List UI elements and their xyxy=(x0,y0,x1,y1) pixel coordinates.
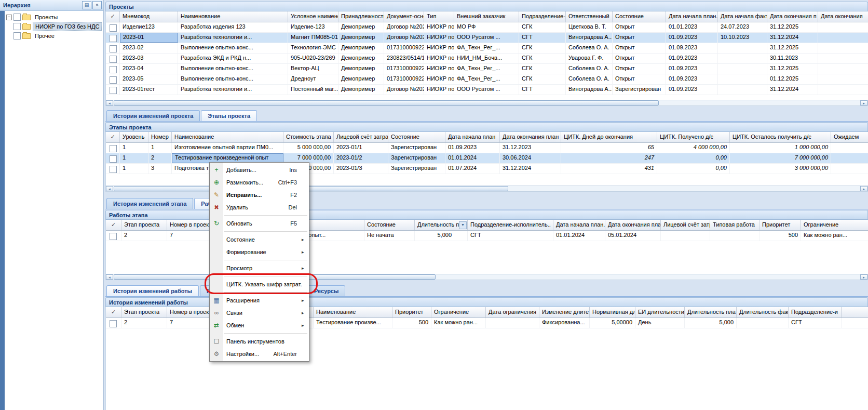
row-checkbox[interactable] xyxy=(110,155,117,163)
select-all-header[interactable]: ✓ xyxy=(106,132,120,142)
column-header[interactable]: Мнемокод xyxy=(120,11,178,22)
column-header[interactable]: Подразделение-исполнитель.. xyxy=(468,220,553,230)
table-cell[interactable]: 05.01.2024 xyxy=(605,231,661,241)
table-cell[interactable]: Фиксированна... xyxy=(539,318,590,328)
table-cell[interactable]: 3 xyxy=(148,164,172,174)
table-cell[interactable]: 2 xyxy=(121,318,167,328)
table-cell[interactable]: 65 xyxy=(561,143,657,153)
table-cell[interactable]: 2 xyxy=(121,231,167,241)
table-cell[interactable]: 01.09.2023 xyxy=(666,74,718,84)
table-cell[interactable]: 10.10.2023 xyxy=(718,33,767,43)
column-header[interactable]: Дата окончания план xyxy=(500,132,561,142)
table-cell[interactable]: ФА_Техн_Рег_... xyxy=(454,43,519,53)
menu-item[interactable]: ЦИТК. Указать шифр затрат... xyxy=(210,278,309,290)
column-header[interactable]: Этап проекта xyxy=(121,220,167,230)
column-header[interactable]: ЦИТК. Получено д/с xyxy=(657,132,730,142)
column-header[interactable]: Дата окончания xyxy=(818,11,868,22)
table-cell[interactable]: 1 000 000,00 xyxy=(730,143,831,153)
menu-item[interactable]: Формирование▸ xyxy=(210,246,309,258)
table-cell[interactable]: 01.09.2023 xyxy=(445,143,500,153)
table-cell[interactable] xyxy=(818,22,868,32)
column-header[interactable]: Этап проекта xyxy=(121,307,167,318)
table-cell[interactable]: ФА_Техн_Рег_... xyxy=(454,64,519,74)
table-cell[interactable] xyxy=(818,64,868,74)
table-cell[interactable]: 3 000 000,00 xyxy=(730,164,831,174)
tree-expander-icon[interactable]: − xyxy=(6,15,12,20)
table-cell[interactable]: Вектор-АЦ xyxy=(288,64,338,74)
row-checkbox[interactable] xyxy=(110,35,117,42)
table-cell[interactable]: 01.07.2024 xyxy=(445,164,500,174)
column-header[interactable]: Дата начала план. xyxy=(553,220,605,230)
table-cell[interactable]: СГК xyxy=(519,54,566,63)
column-header[interactable]: Дата начала факт xyxy=(718,11,767,22)
table-cell[interactable]: НИОКР по ГОЗ ... xyxy=(424,74,454,84)
column-header[interactable]: Подразделение-от xyxy=(519,11,566,22)
tab[interactable]: Этапы проекта xyxy=(201,110,257,121)
menu-item[interactable]: ✎Исправить...F2 xyxy=(210,189,309,201)
table-cell[interactable]: 2023-01/2 xyxy=(334,153,388,163)
table-cell[interactable]: 230823/0514/136 xyxy=(384,54,424,63)
column-header[interactable]: Наименование xyxy=(172,132,283,142)
tree-node-label[interactable]: Прочее xyxy=(33,32,57,39)
table-cell[interactable]: НИОКР по ГОЗ ... xyxy=(424,54,454,63)
table-cell[interactable]: МО РФ xyxy=(454,22,519,32)
table-cell[interactable]: 31.12.2024 xyxy=(500,164,561,174)
menu-item[interactable]: ↻ОбновитьF5 xyxy=(210,217,309,230)
table-cell[interactable]: 905-U020-23/269 xyxy=(288,54,338,63)
table-cell[interactable]: Виноградова А... xyxy=(566,33,613,43)
table-row[interactable]: Изделие123Разработка изделия 123Изделие-… xyxy=(106,22,868,33)
column-header[interactable] xyxy=(842,307,868,318)
tree-checkbox[interactable] xyxy=(13,32,21,39)
table-cell[interactable]: СГТ xyxy=(468,231,553,241)
table-cell[interactable]: 2023-01/3 xyxy=(334,164,388,174)
table-cell[interactable]: Демопример xyxy=(338,33,384,43)
column-header[interactable]: Состояние xyxy=(364,220,415,230)
table-cell[interactable]: Демопример xyxy=(338,85,384,95)
table-cell[interactable] xyxy=(718,85,767,95)
projects-horizontal-scrollbar[interactable]: ◂ ▸ xyxy=(105,100,868,106)
table-cell[interactable]: Открыт xyxy=(613,33,666,43)
column-header[interactable]: Ограничение xyxy=(431,307,486,318)
scroll-left-icon[interactable]: ◂ xyxy=(106,274,113,280)
table-cell[interactable]: Демопример xyxy=(338,22,384,32)
column-header[interactable]: Длительность пла xyxy=(685,307,737,318)
table-cell[interactable]: 500 xyxy=(392,318,431,328)
table-cell[interactable]: Открыт xyxy=(613,74,666,84)
table-cell[interactable]: Виноградова А... xyxy=(566,85,613,95)
table-cell[interactable]: ООО Русатом ... xyxy=(454,85,519,95)
column-header[interactable]: Лицевой счёт затр xyxy=(661,220,710,230)
column-header[interactable]: Ожидаем xyxy=(831,132,868,142)
tab[interactable]: История изменений работы xyxy=(106,285,199,296)
table-cell[interactable]: Договор №202... xyxy=(384,85,424,95)
table-cell[interactable] xyxy=(710,231,760,241)
table-cell[interactable]: Открыт xyxy=(613,54,666,63)
table-cell[interactable]: 500 xyxy=(760,231,801,241)
table-row[interactable]: 2023-01Разработка технологии и...Магнит … xyxy=(106,33,868,43)
table-cell[interactable]: Разработка ЭКД и РКД н... xyxy=(178,54,288,63)
table-cell[interactable] xyxy=(831,153,868,163)
column-header[interactable]: Дата начала план. xyxy=(666,11,718,22)
table-cell[interactable]: 5 000 000,00 xyxy=(283,143,334,153)
table-cell[interactable]: 01.01.2024 xyxy=(553,231,605,241)
table-cell[interactable] xyxy=(818,85,868,95)
table-cell[interactable]: 017310000922... xyxy=(384,64,424,74)
table-cell[interactable]: Магнит ПМ085-01 xyxy=(288,33,338,43)
scroll-left-icon[interactable]: ◂ xyxy=(106,186,113,191)
table-row[interactable]: 2023-01тестРазработка технологии и...Пос… xyxy=(106,85,868,95)
table-cell[interactable]: НИОКР по ГОЗ ... xyxy=(424,85,454,95)
table-cell[interactable]: 30.06.2024 xyxy=(500,153,561,163)
scrollbar-thumb[interactable] xyxy=(114,100,659,105)
table-cell[interactable]: СГТ xyxy=(519,85,566,95)
scroll-left-icon[interactable]: ◂ xyxy=(106,100,113,105)
collapse-icon[interactable]: « xyxy=(92,1,102,9)
table-cell[interactable]: Как можно ран... xyxy=(431,318,486,328)
table-cell[interactable]: Демопример xyxy=(338,74,384,84)
table-cell[interactable]: 431 xyxy=(561,164,657,174)
table-cell[interactable]: 5,000 xyxy=(415,231,468,241)
menu-item[interactable]: Состояние▸ xyxy=(210,233,309,246)
table-cell[interactable]: Цветкова В. Т. xyxy=(566,22,613,32)
table-cell[interactable]: Разработка изделия 123 xyxy=(178,22,288,32)
table-cell[interactable]: 01.09.2023 xyxy=(666,64,718,74)
table-cell[interactable]: 2023-05 xyxy=(120,74,178,84)
table-cell[interactable]: Открыт xyxy=(613,64,666,74)
